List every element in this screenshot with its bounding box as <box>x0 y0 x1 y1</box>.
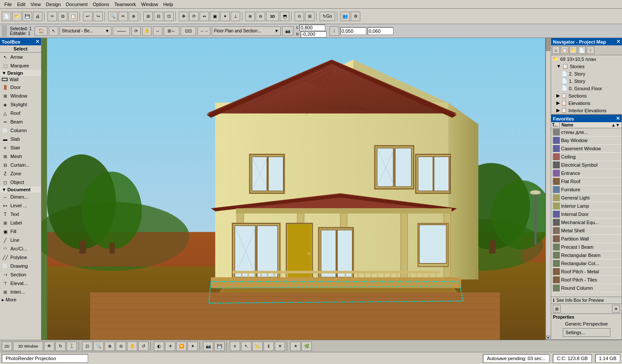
3d-window-btn[interactable]: 🏠 <box>35 26 48 36</box>
tool-elevat[interactable]: ⊤ Elevat... <box>0 279 41 288</box>
fit-all-btn[interactable]: ⊡ <box>82 342 92 351</box>
menu-window[interactable]: Window <box>139 1 161 8</box>
menu-edit[interactable]: Edit <box>15 1 28 8</box>
stories-node[interactable]: ▼ 📋 Stories <box>551 63 622 70</box>
menu-file[interactable]: File <box>2 1 15 8</box>
nav-sheet-btn[interactable]: 📄 <box>578 46 586 54</box>
redo-btn[interactable]: ↪ <box>93 12 103 21</box>
magnet-btn[interactable]: ⊕ <box>129 12 138 21</box>
find-btn[interactable]: 🔍 <box>108 12 117 21</box>
nav-home-btn[interactable]: ⌂ <box>552 46 560 54</box>
t-input[interactable] <box>299 25 325 31</box>
pen-style-btn[interactable]: —— <box>113 26 130 36</box>
scroll-thumb[interactable] <box>546 38 550 51</box>
filter-b-btn[interactable]: 🔽 <box>176 342 187 351</box>
cut-btn[interactable]: ✂ <box>48 12 57 21</box>
right-input2[interactable] <box>368 27 394 35</box>
pan-b-btn[interactable]: ✋ <box>127 342 137 351</box>
zoom-prev-btn[interactable]: 🔍 <box>93 342 104 351</box>
tool-door[interactable]: 🚪 Door <box>0 83 41 92</box>
snap-btn[interactable]: ⊞ <box>143 12 153 21</box>
open-btn[interactable]: 📂 <box>12 12 22 21</box>
cross-btn[interactable]: ✕ <box>275 342 285 351</box>
tool-window[interactable]: ⊞ Window <box>0 92 41 100</box>
orbit-view-btn[interactable]: ↻ <box>55 342 66 351</box>
sun2-btn[interactable]: ☀ <box>290 342 301 351</box>
fav-item-flat-roof[interactable]: Flat Roof <box>551 177 622 186</box>
settings-button[interactable]: Settings... <box>563 328 610 337</box>
tool-mesh[interactable]: ⊞ Mesh <box>0 152 41 161</box>
split-btn[interactable]: ⊥ <box>231 12 240 21</box>
fav-item-round-col[interactable]: Round Column <box>551 284 622 292</box>
mirror-btn[interactable]: ⇔ <box>200 12 209 21</box>
3d-btn[interactable]: 3D <box>266 12 279 21</box>
section-document[interactable]: ▼ Document <box>0 187 41 193</box>
favorites-close-btn[interactable]: ✕ <box>616 116 620 121</box>
rotate-btn[interactable]: ⟳ <box>189 12 199 21</box>
tool-beam[interactable]: ═ Beam <box>0 117 41 126</box>
tool-arc[interactable]: ◠ Arc/Ci... <box>0 244 41 253</box>
zoom-area-btn[interactable]: ⊞↔ <box>164 26 179 36</box>
zoom-in-btn[interactable]: ⊕ <box>245 12 255 21</box>
rotate-b-btn[interactable]: ↺ <box>138 342 149 351</box>
tool-zone[interactable]: Z Zone <box>0 169 41 178</box>
print-btn[interactable]: 🖨 <box>33 12 42 21</box>
column-height-btn[interactable]: ↕ <box>330 26 339 36</box>
tool-section[interactable]: ⊣ Section <box>0 270 41 279</box>
project-root[interactable]: 📁 69 10×10,5 план <box>551 55 622 63</box>
pan-btn[interactable]: ✋ <box>142 26 152 36</box>
b-input[interactable] <box>301 31 327 38</box>
floor-plan-dropdown[interactable]: Floor Plan and Section... ▼ <box>212 26 281 36</box>
paste-btn[interactable]: 📋 <box>68 12 78 21</box>
view-2d-btn[interactable]: 2D <box>2 342 12 351</box>
new-btn[interactable]: 📄 <box>2 12 11 21</box>
story-0[interactable]: 📄 0. Ground Floor <box>551 85 622 92</box>
structural-dropdown[interactable]: Structural - Be... ▼ <box>60 26 111 36</box>
tool-stair[interactable]: ≡ Stair <box>0 143 41 152</box>
move-btn[interactable]: ✥ <box>179 12 188 21</box>
green-btn[interactable]: 🌿 <box>301 342 312 351</box>
undo-btn[interactable]: ↩ <box>83 12 92 21</box>
perspective-btn[interactable]: 👁 <box>44 342 54 351</box>
measure-btn[interactable]: 📐 <box>252 342 263 351</box>
fav-item-mechanical[interactable]: Mechanical Equ... <box>551 218 622 227</box>
story-btn[interactable]: ⊞ <box>305 12 314 21</box>
toolbox-close-btn[interactable]: ✕ <box>35 39 39 44</box>
tool-more[interactable]: ▸ More <box>0 296 41 304</box>
orbit-btn[interactable]: ↔ <box>153 26 162 36</box>
fav-item-ceiling[interactable]: Ceiling <box>551 153 622 161</box>
fav-item-electrical[interactable]: Electrical Symbol <box>551 161 622 169</box>
save-btn[interactable]: 💾 <box>22 12 32 21</box>
tool-column[interactable]: ⬜ Column <box>0 126 41 135</box>
menu-teamwork[interactable]: Teamwork <box>112 1 139 8</box>
tool-fill[interactable]: ▣ Fill <box>0 227 41 236</box>
render-btn[interactable]: ↻Go <box>320 12 335 21</box>
prop-close-btn[interactable]: ✕ <box>612 305 620 313</box>
tool-skylight[interactable]: ◈ Skylight <box>0 100 41 109</box>
section-btn[interactable]: ⬒ <box>280 12 289 21</box>
fav-item-partition[interactable]: Partition Wall <box>551 235 622 243</box>
tool-curtain[interactable]: ⊟ Curtain... <box>0 161 41 169</box>
story-1[interactable]: 📄 1. Story <box>551 77 622 85</box>
fav-item-roof-metal[interactable]: Roof Pitch - Metal <box>551 268 622 276</box>
fav-item-rect-beam[interactable]: Rectangular Beam <box>551 251 622 260</box>
fav-item-interior-lamp[interactable]: Interior Lamp <box>551 202 622 210</box>
fit-btn[interactable]: ⊡⊡ <box>181 26 196 36</box>
guide-btn[interactable]: ⊡ <box>164 12 174 21</box>
tool-arrow[interactable]: ↖ Arrow <box>0 53 41 61</box>
photo-btn[interactable]: 📷 <box>203 342 213 351</box>
tool-object[interactable]: ◻ Object <box>0 178 41 187</box>
fav-item-roof-tiles[interactable]: Roof Pitch - Tiles <box>551 276 622 284</box>
story-2[interactable]: 📄 2. Story <box>551 70 622 77</box>
3d-window-tab[interactable]: 3D Window <box>13 342 43 351</box>
tool-slab[interactable]: ▬ Slab <box>0 135 41 143</box>
walk-view-btn[interactable]: 🚶 <box>67 342 77 351</box>
prop-expand-btn[interactable]: ⊞ <box>553 305 561 313</box>
info-btn[interactable]: ℹ <box>263 342 274 351</box>
tool-drawing[interactable]: ⬜ Drawing <box>0 262 41 270</box>
scroll-down-btn[interactable]: ▼ <box>546 336 550 340</box>
arrow-tool[interactable]: ↖ <box>49 26 58 36</box>
toolbox-toggle[interactable] <box>2 25 7 37</box>
select-b-btn[interactable]: ↖ <box>241 342 251 351</box>
tool-level[interactable]: ⊷ Level ... <box>0 201 41 210</box>
